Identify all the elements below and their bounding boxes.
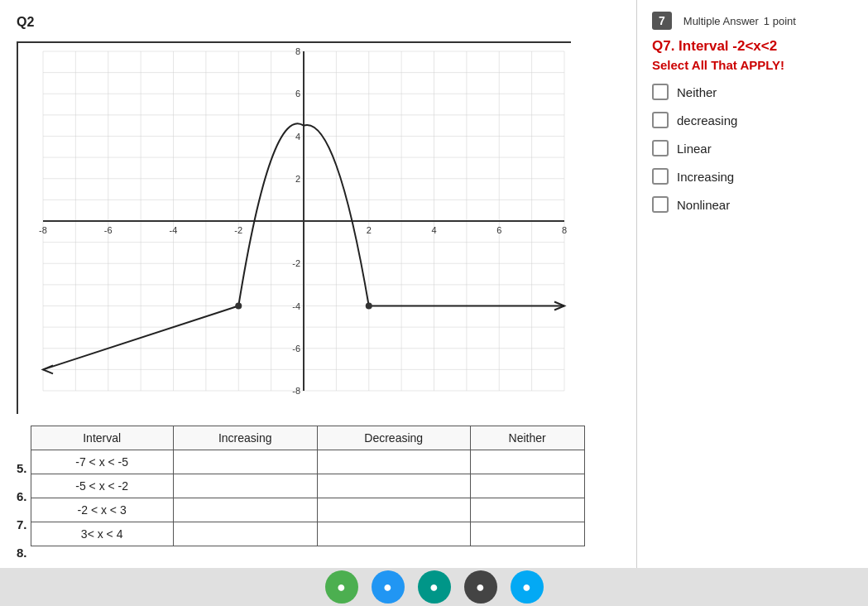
table-row: -2 < x < 3 xyxy=(31,498,584,522)
question-label: Q2 xyxy=(17,15,620,30)
increasing-6[interactable] xyxy=(173,474,317,498)
question-title: Q7. Interval -2<x<2 xyxy=(652,38,853,55)
checkbox-nonlinear[interactable] xyxy=(652,196,669,213)
row-num-8: 8. xyxy=(17,538,31,566)
col-header-neither: Neither xyxy=(470,426,584,450)
checkbox-neither[interactable] xyxy=(652,84,669,100)
option-neither[interactable]: Neither xyxy=(652,84,853,100)
taskbar-btn-dark[interactable]: ● xyxy=(464,570,497,604)
interval-6: -5 < x < -2 xyxy=(31,474,173,498)
left-panel: Q2 5. 6. 7. 8. Interval Increasing Dec xyxy=(0,0,636,606)
interval-5: -7 < x < -5 xyxy=(31,450,173,474)
row-num-7: 7. xyxy=(17,510,31,538)
taskbar-btn-teal[interactable]: ● xyxy=(418,570,451,604)
option-decreasing[interactable]: decreasing xyxy=(652,112,853,128)
table-container: Interval Increasing Decreasing Neither -… xyxy=(31,426,585,546)
col-header-decreasing: Decreasing xyxy=(317,426,470,450)
row-num-5: 5. xyxy=(17,454,31,482)
neither-6[interactable] xyxy=(470,474,584,498)
main-container: Q2 5. 6. 7. 8. Interval Increasing Dec xyxy=(0,0,868,606)
right-panel: 7 Multiple Answer 1 point Q7. Interval -… xyxy=(636,0,868,606)
checkbox-decreasing[interactable] xyxy=(652,112,669,128)
option-label-linear: Linear xyxy=(677,142,712,156)
option-label-decreasing: decreasing xyxy=(677,113,737,127)
checkbox-linear[interactable] xyxy=(652,140,669,156)
decreasing-5[interactable] xyxy=(317,450,470,474)
increasing-7[interactable] xyxy=(173,498,317,522)
option-linear[interactable]: Linear xyxy=(652,140,853,156)
increasing-8[interactable] xyxy=(173,522,317,546)
decreasing-6[interactable] xyxy=(317,474,470,498)
row-numbers: 5. 6. 7. 8. xyxy=(17,426,31,566)
taskbar-btn-green[interactable]: ● xyxy=(325,570,358,604)
data-table: Interval Increasing Decreasing Neither -… xyxy=(31,426,585,546)
interval-7: -2 < x < 3 xyxy=(31,498,173,522)
multiple-answer-label: Multiple Answer xyxy=(683,15,759,27)
table-row: -7 < x < -5 xyxy=(31,450,584,474)
question-number-badge: 7 xyxy=(652,12,672,30)
graph-container xyxy=(17,41,571,414)
taskbar-btn-light-blue[interactable]: ● xyxy=(511,570,544,604)
decreasing-8[interactable] xyxy=(317,522,470,546)
taskbar: ● ● ● ● ● xyxy=(0,568,868,606)
table-row: -5 < x < -2 xyxy=(31,474,584,498)
table-wrapper: 5. 6. 7. 8. Interval Increasing Decreasi… xyxy=(17,426,620,566)
neither-8[interactable] xyxy=(470,522,584,546)
option-increasing[interactable]: Increasing xyxy=(652,168,853,185)
increasing-5[interactable] xyxy=(173,450,317,474)
interval-8: 3< x < 4 xyxy=(31,522,173,546)
decreasing-7[interactable] xyxy=(317,498,470,522)
option-label-nonlinear: Nonlinear xyxy=(677,198,730,212)
row-num-6: 6. xyxy=(17,482,31,510)
neither-7[interactable] xyxy=(470,498,584,522)
option-label-increasing: Increasing xyxy=(677,170,734,184)
taskbar-btn-blue[interactable]: ● xyxy=(372,570,405,604)
options-list: Neither decreasing Linear Increasing Non… xyxy=(652,84,853,213)
col-header-increasing: Increasing xyxy=(173,426,317,450)
neither-5[interactable] xyxy=(470,450,584,474)
col-header-interval: Interval xyxy=(31,426,173,450)
question-header-row: 7 Multiple Answer 1 point xyxy=(652,12,853,30)
checkbox-increasing[interactable] xyxy=(652,168,669,185)
option-label-neither: Neither xyxy=(677,85,717,99)
table-row: 3< x < 4 xyxy=(31,522,584,546)
select-all-text: Select All That APPLY! xyxy=(652,58,853,72)
option-nonlinear[interactable]: Nonlinear xyxy=(652,196,853,213)
points-label: 1 point xyxy=(764,15,796,27)
